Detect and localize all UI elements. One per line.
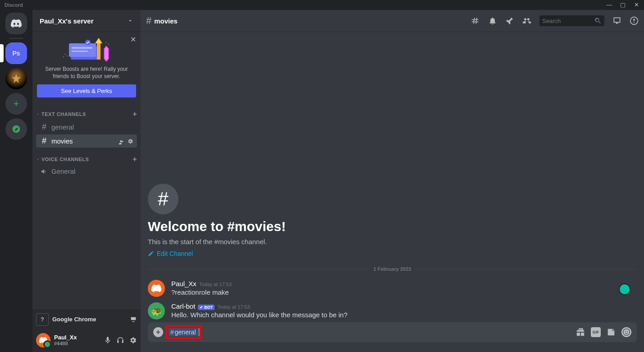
voice-channel-general[interactable]: General xyxy=(36,166,137,177)
svg-point-11 xyxy=(63,56,64,57)
channel-label: movies xyxy=(51,137,118,145)
username: Paul_Xx xyxy=(54,334,104,341)
server-list: Ps + xyxy=(0,10,32,352)
emoji-button[interactable] xyxy=(621,327,631,337)
channel-label: General xyxy=(51,167,133,175)
user-info[interactable]: Paul_Xx #4488 xyxy=(54,334,104,346)
svg-point-16 xyxy=(612,331,613,332)
message-timestamp: Today at 17:53 xyxy=(199,282,232,287)
search-icon xyxy=(594,16,602,25)
svg-point-10 xyxy=(67,56,68,56)
add-channel-button[interactable]: + xyxy=(132,110,137,118)
edit-channel-link[interactable]: Edit Channel xyxy=(148,250,637,257)
avatar[interactable] xyxy=(148,280,165,297)
user-panel: Paul_Xx #4488 xyxy=(32,329,141,352)
window-maximize-button[interactable]: ▢ xyxy=(617,1,629,9)
speaker-icon xyxy=(40,168,49,175)
svg-point-19 xyxy=(627,331,628,332)
close-icon[interactable]: ✕ xyxy=(130,35,136,44)
svg-rect-3 xyxy=(72,47,92,49)
channel-header: # movies xyxy=(141,10,644,32)
server-initials: Ps xyxy=(12,50,20,57)
pin-icon[interactable] xyxy=(505,16,514,25)
headphones-icon[interactable] xyxy=(116,336,124,344)
discord-logo-icon xyxy=(10,19,22,28)
titlebar: Discord — ▢ ✕ xyxy=(0,0,644,10)
svg-rect-2 xyxy=(69,43,96,57)
message-text: Hello. Which channel would you like the … xyxy=(171,311,347,319)
members-icon[interactable] xyxy=(522,16,531,25)
channel-general[interactable]: # general xyxy=(36,120,137,134)
channel-title: movies xyxy=(154,17,178,25)
boost-button[interactable]: See Levels & Perks xyxy=(37,84,136,97)
avatar[interactable] xyxy=(36,333,50,347)
chat-area: # movies # Welcome to #movies! xyxy=(141,10,644,352)
chevron-down-icon xyxy=(36,157,40,161)
message-list: # Welcome to #movies! This is the start … xyxy=(141,32,644,322)
category-label: VOICE CHANNELS xyxy=(41,157,89,162)
hash-icon: # xyxy=(146,15,151,27)
activity-icon: ? xyxy=(36,313,49,326)
add-channel-button[interactable]: + xyxy=(132,155,137,163)
stream-icon[interactable] xyxy=(130,316,137,323)
channel-mention-chip[interactable]: #general xyxy=(169,328,198,336)
search-input[interactable] xyxy=(542,18,594,24)
date-label: 1 February 2023 xyxy=(370,266,415,272)
svg-rect-4 xyxy=(72,51,88,52)
home-button[interactable] xyxy=(5,13,27,34)
activity-panel: ? Google Chrome xyxy=(32,310,141,329)
boost-art xyxy=(37,37,136,64)
invite-icon[interactable] xyxy=(118,138,124,144)
channel-movies[interactable]: # movies xyxy=(36,134,137,148)
category-voice-channels[interactable]: VOICE CHANNELS + xyxy=(32,148,141,165)
message-input[interactable]: + #general GIF xyxy=(148,322,637,342)
channel-welcome-icon: # xyxy=(148,184,178,214)
gif-button[interactable]: GIF xyxy=(591,327,601,337)
add-server-button[interactable]: + xyxy=(5,93,27,115)
server-icon xyxy=(11,73,22,84)
gear-icon[interactable] xyxy=(127,138,133,144)
category-text-channels[interactable]: TEXT CHANNELS + xyxy=(32,103,141,120)
bot-badge: ✔ BOT xyxy=(198,305,215,310)
help-icon[interactable] xyxy=(630,16,639,25)
server-separator xyxy=(9,38,23,39)
window-close-button[interactable]: ✕ xyxy=(630,1,642,9)
search-bar[interactable] xyxy=(539,15,604,26)
welcome-subtitle: This is the start of the #movies channel… xyxy=(148,238,637,245)
gift-icon[interactable] xyxy=(575,327,585,337)
server-item-current[interactable]: Ps xyxy=(5,42,27,64)
date-divider: 1 February 2023 xyxy=(148,266,637,272)
svg-point-15 xyxy=(609,331,610,332)
svg-marker-8 xyxy=(104,46,109,61)
welcome-title: Welcome to #movies! xyxy=(148,219,637,234)
svg-marker-6 xyxy=(97,42,100,60)
svg-marker-0 xyxy=(12,74,21,83)
server-item-other[interactable] xyxy=(5,68,27,89)
message-author[interactable]: Carl-bot xyxy=(171,302,195,310)
hash-icon: # xyxy=(40,136,49,146)
window-minimize-button[interactable]: — xyxy=(603,1,615,9)
channel-sidebar: Paul_Xx's server ✕ Server Bo xyxy=(32,10,141,352)
gear-icon[interactable] xyxy=(129,336,137,344)
threads-icon[interactable] xyxy=(471,16,480,25)
activity-name: Google Chrome xyxy=(52,316,130,323)
edit-channel-label: Edit Channel xyxy=(157,250,193,257)
text-cursor xyxy=(199,328,199,336)
chevron-down-icon xyxy=(36,112,40,116)
attach-button[interactable]: + xyxy=(153,327,163,337)
message-timestamp: Today at 17:53 xyxy=(217,304,250,310)
message-author[interactable]: Paul_Xx xyxy=(171,280,196,287)
inbox-icon[interactable] xyxy=(612,16,621,25)
floating-widget[interactable] xyxy=(619,283,630,295)
server-header[interactable]: Paul_Xx's server xyxy=(32,10,141,32)
explore-servers-button[interactable] xyxy=(5,118,27,140)
discord-logo-icon xyxy=(39,336,48,345)
hash-icon: # xyxy=(40,122,49,132)
server-name: Paul_Xx's server xyxy=(40,17,94,25)
mic-icon[interactable] xyxy=(104,336,112,344)
mention-text: general xyxy=(175,329,196,336)
category-label: TEXT CHANNELS xyxy=(41,111,86,117)
sticker-icon[interactable] xyxy=(606,327,616,337)
avatar[interactable]: 🐢 xyxy=(148,302,165,320)
bell-icon[interactable] xyxy=(488,16,497,25)
